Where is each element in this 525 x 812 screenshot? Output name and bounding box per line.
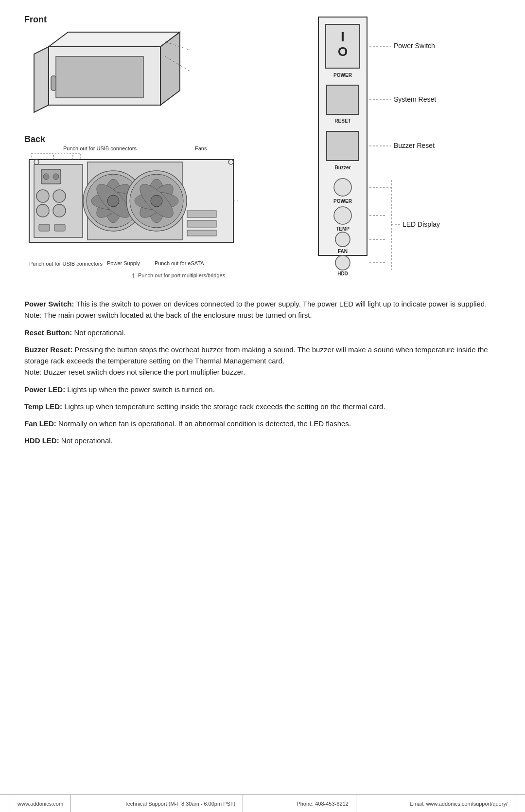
svg-point-13 <box>36 190 49 202</box>
svg-text:HDD: HDD <box>337 271 348 276</box>
svg-text:POWER: POWER <box>333 198 352 204</box>
power-switch-text: This is the switch to power on devices c… <box>24 300 487 319</box>
svg-point-58 <box>335 255 350 270</box>
svg-point-33 <box>151 195 162 207</box>
fan-led-desc: Fan LED: Normally on when fan is operati… <box>24 418 501 429</box>
buzzer-reset-text: Pressing the button stops the overheat b… <box>24 345 488 377</box>
buzzer-reset-desc: Buzzer Reset: Pressing the button stops … <box>24 344 501 378</box>
power-led-bold: Power LED: <box>24 385 65 394</box>
svg-rect-4 <box>56 56 143 98</box>
descriptions-section: Power Switch: This is the switch to powe… <box>0 293 525 462</box>
footer-email: Email: www.addonics.com/support/query/ <box>402 795 515 812</box>
punch-usib-bottom-label: Punch out for USIB connectors <box>29 260 107 267</box>
svg-point-15 <box>36 204 49 217</box>
svg-rect-17 <box>39 224 50 231</box>
reset-button-bold: Reset Button: <box>24 328 72 337</box>
reset-button-desc: Reset Button: Not operational. <box>24 327 501 338</box>
svg-point-11 <box>43 174 49 180</box>
svg-text:I: I <box>341 29 345 44</box>
svg-rect-34 <box>187 211 216 217</box>
svg-point-12 <box>53 174 59 180</box>
svg-point-56 <box>335 232 350 247</box>
hdd-led-text: Not operational. <box>61 436 113 445</box>
footer-support: Technical Support (M-F 8:30am - 6:00pm P… <box>117 795 243 812</box>
punch-usib-top-label: Punch out for USIB connectors <box>63 145 137 151</box>
svg-marker-0 <box>49 32 180 47</box>
svg-rect-5 <box>51 76 56 90</box>
footer-phone: Phone: 408-453-6212 <box>289 795 356 812</box>
svg-text:Buzzer Reset: Buzzer Reset <box>394 142 435 149</box>
front-enclosure-svg <box>24 27 190 125</box>
power-supply-label: Power Supply <box>107 260 140 266</box>
svg-point-26 <box>107 195 119 207</box>
svg-text:Buzzer: Buzzer <box>335 165 351 170</box>
temp-led-bold: Temp LED: <box>24 402 62 411</box>
panel-svg: I O POWER RESET Buzzer POWER <box>316 15 501 287</box>
hdd-led-desc: HDD LED: Not operational. <box>24 435 501 446</box>
svg-marker-1 <box>34 47 49 112</box>
svg-text:O: O <box>338 44 348 59</box>
svg-rect-50 <box>327 131 358 161</box>
main-content: Front Back <box>0 0 525 289</box>
svg-text:System Reset: System Reset <box>394 95 436 103</box>
svg-point-52 <box>334 179 351 196</box>
hdd-led-bold: HDD LED: <box>24 436 59 445</box>
punch-esata-label: Punch out for eSATA <box>155 260 204 266</box>
svg-rect-36 <box>187 230 216 236</box>
temp-led-desc: Temp LED: Lights up when temperature set… <box>24 401 501 412</box>
svg-point-54 <box>334 207 351 224</box>
svg-rect-18 <box>54 224 65 231</box>
reset-button-text: Not operational. <box>74 328 126 337</box>
svg-text:RESET: RESET <box>334 118 350 124</box>
fans-label: Fans <box>195 145 207 151</box>
power-switch-desc: Power Switch: This is the switch to powe… <box>24 298 501 321</box>
left-diagram: Front Back <box>24 15 316 289</box>
punch-port-mult-label: Punch out for port multipliers/bridges <box>138 272 225 278</box>
svg-text:POWER: POWER <box>333 72 352 78</box>
power-led-desc: Power LED: Lights up when the power swit… <box>24 384 501 395</box>
back-enclosure-svg <box>24 152 238 259</box>
fan-led-bold: Fan LED: <box>24 419 56 428</box>
footer-website: www.addonics.com <box>10 795 71 812</box>
front-label: Front <box>24 15 316 25</box>
right-panel: I O POWER RESET Buzzer POWER <box>316 15 501 289</box>
footer: www.addonics.com Technical Support (M-F … <box>0 794 525 812</box>
power-switch-bold: Power Switch: <box>24 300 74 308</box>
svg-point-14 <box>53 190 66 202</box>
fan-led-text: Normally on when fan is operational. If … <box>58 419 351 428</box>
svg-text:FAN: FAN <box>338 249 348 254</box>
svg-point-16 <box>53 204 66 217</box>
svg-rect-35 <box>187 220 216 227</box>
svg-text:Power Switch: Power Switch <box>394 42 435 50</box>
svg-text:TEMP: TEMP <box>336 226 350 232</box>
power-led-text: Lights up when the power switch is turne… <box>67 385 215 394</box>
back-label: Back <box>24 134 316 144</box>
temp-led-text: Lights up when temperature setting insid… <box>64 402 385 411</box>
buzzer-reset-bold: Buzzer Reset: <box>24 345 72 354</box>
svg-text:LED Display: LED Display <box>402 220 440 228</box>
diagram-area: Front Back <box>24 15 501 289</box>
svg-rect-48 <box>327 85 358 114</box>
